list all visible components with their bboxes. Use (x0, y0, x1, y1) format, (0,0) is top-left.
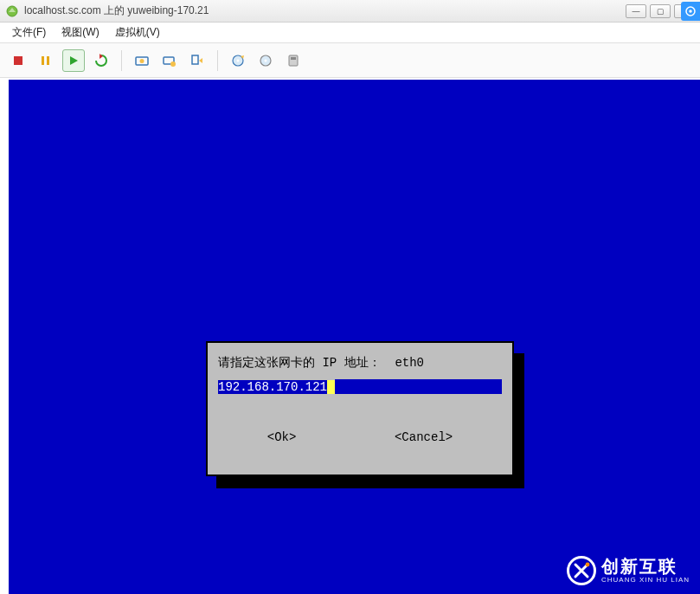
svg-point-14 (265, 59, 267, 61)
watermark-logo-icon (567, 556, 596, 585)
side-panel-toggle[interactable] (681, 2, 700, 21)
window-title: localhost.sc.com 上的 yuweibing-170.21 (24, 3, 209, 18)
svg-rect-3 (47, 56, 49, 65)
svg-point-12 (237, 59, 240, 61)
usb-button[interactable] (282, 49, 305, 72)
minimize-button[interactable]: — (626, 4, 646, 18)
revert-snapshot-button[interactable] (186, 49, 209, 72)
maximize-button[interactable]: ▢ (650, 4, 671, 18)
svg-rect-16 (291, 57, 296, 60)
svg-point-9 (170, 61, 176, 67)
power-off-button[interactable] (7, 49, 29, 72)
watermark-main: 创新互联 (601, 558, 690, 575)
vm-console[interactable]: 请指定这张网卡的 IP 地址： eth0 192.168.170.121____… (9, 80, 700, 594)
menu-file[interactable]: 文件(F) (5, 23, 53, 42)
toolbar-separator (121, 50, 122, 71)
cd-button[interactable] (227, 49, 249, 72)
svg-point-7 (140, 59, 144, 63)
svg-rect-10 (192, 55, 198, 64)
cancel-button[interactable]: <Cancel> (395, 430, 453, 444)
menu-view[interactable]: 视图(W) (55, 23, 106, 42)
svg-marker-4 (70, 56, 78, 65)
watermark-sub: CHUANG XIN HU LIAN (601, 577, 690, 584)
watermark: 创新互联 CHUANG XIN HU LIAN (567, 556, 690, 585)
svg-rect-1 (14, 56, 22, 65)
svg-point-17 (586, 563, 590, 567)
svg-rect-2 (42, 56, 44, 65)
floppy-button[interactable] (254, 49, 277, 72)
toolbar (0, 43, 700, 78)
snapshot-button[interactable] (131, 49, 153, 72)
menu-vm[interactable]: 虚拟机(V) (108, 23, 167, 42)
power-on-button[interactable] (62, 49, 85, 72)
text-cursor (327, 380, 335, 394)
menubar: 文件(F) 视图(W) 虚拟机(V) (0, 23, 700, 43)
reset-button[interactable] (90, 49, 112, 72)
svg-rect-15 (289, 55, 298, 66)
svg-marker-5 (100, 54, 103, 59)
window-titlebar: localhost.sc.com 上的 yuweibing-170.21 — ▢… (0, 0, 700, 23)
ip-config-dialog: 请指定这张网卡的 IP 地址： eth0 192.168.170.121____… (206, 341, 514, 476)
ip-input-padding: ______________________________ (335, 379, 502, 394)
vsphere-icon (5, 4, 19, 18)
ip-input-row[interactable]: 192.168.170.121_________________________… (218, 379, 502, 394)
suspend-button[interactable] (35, 49, 57, 72)
toolbar-separator (217, 50, 218, 71)
console-screen[interactable]: 请指定这张网卡的 IP 地址： eth0 192.168.170.121____… (9, 80, 700, 594)
dialog-prompt: 请指定这张网卡的 IP 地址： eth0 (218, 355, 502, 371)
snapshot-manage-button[interactable] (158, 49, 181, 72)
ok-button[interactable]: <Ok> (267, 430, 297, 444)
ip-input-value[interactable]: 192.168.170.121 (218, 380, 327, 394)
